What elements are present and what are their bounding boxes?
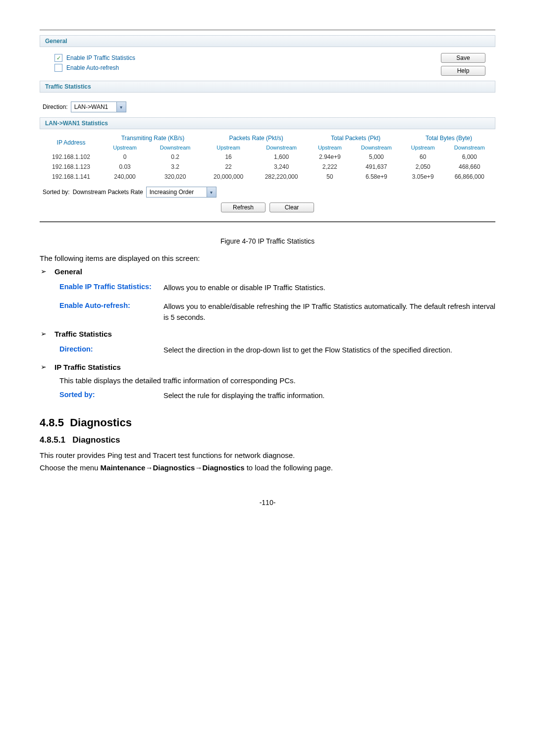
subhdr: Downstream — [254, 143, 309, 152]
table-row: 192.168.1.123 0.03 3.2 22 3,240 2,222 49… — [40, 162, 495, 172]
arrow-bullet-icon: ➢ — [40, 330, 54, 338]
subhdr: Upstream — [309, 143, 350, 152]
sorted-by-value: Downstream Packets Rate — [73, 189, 143, 196]
statistics-table: IP Address Transmiting Rate (KB/s) Packe… — [40, 133, 495, 182]
intro-text: The following items are displayed on thi… — [40, 252, 495, 264]
def-term: Enable IP Traffic Statistics: — [59, 283, 163, 294]
def-desc: Select the rule for displaying the traff… — [163, 391, 495, 402]
enable-auto-refresh-checkbox[interactable] — [54, 64, 62, 72]
def-term: Direction: — [59, 345, 163, 356]
enable-auto-refresh-label: Enable Auto-refresh — [66, 64, 119, 71]
subhdr: Downstream — [443, 143, 495, 152]
def-desc: Select the direction in the drop-down li… — [163, 345, 495, 356]
enable-ip-stats-checkbox[interactable]: ✓ — [54, 54, 62, 62]
enable-ip-stats-label: Enable IP Traffic Statistics — [66, 54, 135, 61]
direction-value: LAN->WAN1 — [71, 103, 116, 110]
arrow-bullet-icon: ➢ — [40, 267, 54, 275]
heading-485: 4.8.5 Diagnostics — [40, 416, 495, 429]
settings-panel: General ✓ Enable IP Traffic Statistics E… — [40, 30, 495, 222]
col-group-transmit: Transmiting Rate (KB/s) — [103, 133, 203, 143]
clear-button[interactable]: Clear — [269, 202, 314, 212]
arrow-bullet-icon: ➢ — [40, 363, 54, 371]
def-desc: Allows you to enable/disable refreshing … — [163, 302, 495, 323]
chevron-down-icon: ▾ — [207, 187, 216, 197]
def-term: Sorted by: — [59, 391, 163, 402]
heading-4851: 4.8.5.1 Diagnostics — [40, 435, 495, 445]
save-button[interactable]: Save — [441, 53, 485, 63]
figure-caption: Figure 4-70 IP Traffic Statistics — [40, 232, 495, 252]
col-group-total-packets: Total Packets (Pkt) — [309, 133, 402, 143]
section-label-traffic: Traffic Statistics — [54, 330, 112, 338]
col-group-packets: Packets Rate (Pkt/s) — [203, 133, 309, 143]
section-lan-wan1-header: LAN->WAN1 Statistics — [40, 117, 495, 129]
refresh-button[interactable]: Refresh — [221, 202, 266, 212]
section-general-header: General — [40, 35, 495, 47]
ip-note: This table displays the detailed traffic… — [40, 374, 495, 387]
section-traffic-stats-header: Traffic Statistics — [40, 81, 495, 93]
page-number: -110- — [40, 474, 495, 506]
diag-p2: Choose the menu Maintenance→Diagnostics→… — [40, 461, 495, 474]
chevron-down-icon: ▾ — [116, 102, 126, 112]
col-ip-header: IP Address — [40, 133, 103, 152]
def-term: Enable Auto-refresh: — [59, 302, 163, 323]
diag-p1: This router provides Ping test and Trace… — [40, 449, 495, 461]
subhdr: Downstream — [350, 143, 402, 152]
section-label-ip: IP Traffic Statistics — [54, 363, 121, 371]
subhdr: Downstream — [147, 143, 203, 152]
sorted-by-label: Sorted by: — [43, 189, 70, 196]
col-group-total-bytes: Total Bytes (Byte) — [402, 133, 495, 143]
sort-order-select[interactable]: Increasing Order ▾ — [146, 187, 216, 198]
def-desc: Allows you to enable or disable IP Traff… — [163, 283, 495, 294]
section-label-general: General — [54, 267, 82, 276]
subhdr: Upstream — [203, 143, 254, 152]
table-row: 192.168.1.102 0 0.2 16 1,600 2.94e+9 5,0… — [40, 152, 495, 162]
direction-label: Direction: — [43, 103, 68, 110]
direction-select[interactable]: LAN->WAN1 ▾ — [71, 101, 126, 112]
subhdr: Upstream — [103, 143, 147, 152]
sort-order-value: Increasing Order — [147, 189, 207, 196]
subhdr: Upstream — [402, 143, 443, 152]
help-button[interactable]: Help — [441, 66, 485, 76]
table-row: 192.168.1.141 240,000 320,020 20,000,000… — [40, 172, 495, 182]
